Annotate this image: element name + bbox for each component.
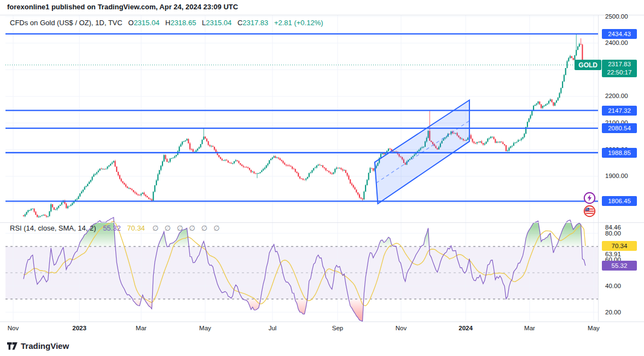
time-axis-label: Nov xyxy=(8,325,19,331)
rsi-hline-settings: ∅∅∅∅∅∅ xyxy=(152,224,225,232)
last-price-badge: 2317.8322:50:17 xyxy=(602,60,637,77)
high-value: H2318.65 xyxy=(165,19,196,27)
tradingview-logo[interactable]: TradingView xyxy=(7,341,69,351)
attribution-text: forexonline1 published on TradingView.co… xyxy=(7,3,238,11)
rsi-ma-value: 70.34 xyxy=(127,224,145,232)
change-value: +2.81 (+0.12%) xyxy=(274,19,323,27)
low-value: L2315.04 xyxy=(202,19,231,27)
empty-set-symbol: ∅ xyxy=(213,224,219,232)
chart-canvas[interactable] xyxy=(0,0,644,356)
rsi-title[interactable]: RSI (14, close, SMA, 14, 2) xyxy=(10,224,96,232)
time-axis-label: May xyxy=(199,325,211,331)
price-tick: 2500.00 xyxy=(605,13,628,20)
open-value: O2315.04 xyxy=(128,19,159,27)
rsi-legend: RSI (14, close, SMA, 14, 2) 55.32 70.34 … xyxy=(10,224,225,232)
price-level-badge: 1988.85 xyxy=(602,148,637,158)
close-value: C2317.83 xyxy=(237,19,268,27)
empty-set-symbol: ∅ xyxy=(189,224,195,232)
timeaxis-separator xyxy=(0,321,644,322)
empty-set-symbol: ∅ xyxy=(177,224,183,232)
price-level-badge: 1806.45 xyxy=(602,196,637,206)
rsi-tick: 80.00 xyxy=(605,230,621,237)
last-price-value: 2317.83 xyxy=(602,60,637,68)
rsi-ma-badge: 70.34 xyxy=(602,241,637,251)
time-axis-label: Nov xyxy=(396,325,407,331)
rsi-tick: 20.00 xyxy=(605,309,621,316)
main-legend: CFDs on Gold (US$ / OZ), 1D, TVC O2315.0… xyxy=(10,19,323,27)
time-axis-label: May xyxy=(588,325,600,331)
time-axis-label: 2023 xyxy=(72,325,86,331)
time-axis-label: Mar xyxy=(136,325,147,331)
price-level-badge: 2080.54 xyxy=(602,123,637,133)
price-tick: 1900.00 xyxy=(605,173,628,180)
lightning-idea-icon[interactable] xyxy=(583,192,596,206)
time-axis-label: Jul xyxy=(269,325,277,331)
us-flag-event-icon[interactable] xyxy=(583,205,596,220)
empty-set-symbol: ∅ xyxy=(152,224,158,232)
price-level-badge: 2434.43 xyxy=(602,29,637,39)
time-axis-label: Mar xyxy=(524,325,535,331)
price-tick: 2200.00 xyxy=(605,93,628,100)
bar-countdown: 22:50:17 xyxy=(602,68,637,77)
tradingview-logo-icon xyxy=(7,342,18,350)
pane-separator[interactable] xyxy=(0,222,644,223)
empty-set-symbol: ∅ xyxy=(201,224,207,232)
price-tick: 2400.00 xyxy=(605,39,628,47)
rsi-value-badge: 55.32 xyxy=(602,261,637,271)
rsi-value: 55.32 xyxy=(103,224,121,232)
price-level-badge: 2147.32 xyxy=(602,106,637,116)
symbol-price-tag: GOLD xyxy=(575,60,601,70)
tradingview-logo-text: TradingView xyxy=(21,341,69,351)
rsi-tick: 40.00 xyxy=(605,283,621,290)
empty-set-symbol: ∅ xyxy=(165,224,171,232)
symbol-title[interactable]: CFDs on Gold (US$ / OZ), 1D, TVC xyxy=(10,19,123,27)
time-axis-label: Sep xyxy=(332,325,343,331)
header-separator xyxy=(0,15,644,15)
time-axis-label: 2024 xyxy=(459,325,473,331)
tradingview-chart-page: forexonline1 published on TradingView.co… xyxy=(0,0,644,356)
